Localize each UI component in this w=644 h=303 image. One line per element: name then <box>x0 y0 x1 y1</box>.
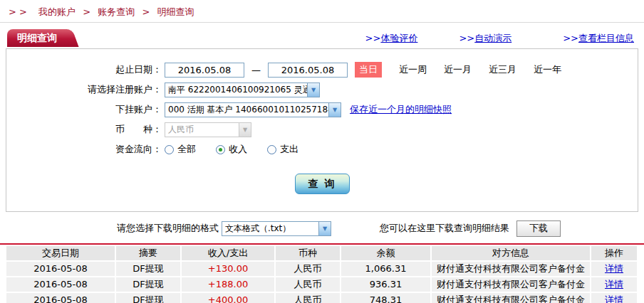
query-button-row: 查 询 <box>6 174 638 194</box>
date-dash: — <box>251 65 261 75</box>
chevron-down-icon: ▼ <box>239 123 251 137</box>
link-auto-demo[interactable]: >>自动演示 <box>459 32 511 45</box>
cell-counterparty: 财付通支付科技有限公司客户备付金 <box>432 293 590 303</box>
link-prefix: >> <box>459 33 474 43</box>
col-header-currency: 币种 <box>276 246 340 260</box>
link-prefix: >> <box>563 33 578 43</box>
quick-range-year[interactable]: 近一年 <box>534 63 561 76</box>
register-account-select[interactable]: 南平 6222001406100921065 灵通卡 ▼ <box>165 83 320 97</box>
cell-summary: DF提现 <box>116 262 180 276</box>
query-button[interactable]: 查 询 <box>295 174 350 194</box>
currency-value: 人民币 <box>165 124 239 136</box>
cell-date: 2016-05-08 <box>6 262 115 276</box>
cell-action: 详情 <box>591 262 637 276</box>
sub-account-value: 000 活期 基本户 1406600101102571848 <box>165 104 328 116</box>
transactions-table: 交易日期 摘要 收入/支出 币种 余额 对方信息 操作 2016-05-08 D… <box>6 246 638 303</box>
radio-icon <box>267 145 276 154</box>
radio-icon <box>165 145 174 154</box>
link-label: 体验评价 <box>380 33 417 43</box>
header-links: >>体验评价 >>自动演示 >>查看栏目信息 <box>365 32 644 45</box>
breadcrumb-item-detail-query[interactable]: 明细查询 <box>157 6 194 17</box>
currency-label: 币 种： <box>6 123 162 136</box>
cell-balance: 1,066.31 <box>341 262 430 276</box>
cell-currency: 人民币 <box>276 262 340 276</box>
link-view-column-info[interactable]: >>查看栏目信息 <box>563 32 634 45</box>
col-header-balance: 余额 <box>341 246 430 260</box>
query-form-panel: 起止日期： — 当日 近一周 近一月 近三月 近一年 请选择注册账户： 南平 6… <box>6 48 638 212</box>
detail-link[interactable]: 详情 <box>605 294 623 303</box>
download-format-label: 请您选择下载明细的格式 <box>117 222 219 235</box>
flow-radio-expense[interactable]: 支出 <box>267 143 298 156</box>
date-range-label: 起止日期： <box>6 63 162 76</box>
cell-amount: +188.00 <box>182 277 274 292</box>
link-label: 查看栏目信息 <box>578 33 634 43</box>
download-format-select[interactable]: 文本格式（.txt） ▼ <box>222 221 331 236</box>
sub-account-row: 下挂账户： 000 活期 基本户 1406600101102571848 ▼ 保… <box>6 100 638 119</box>
download-format-value: 文本格式（.txt） <box>222 223 318 235</box>
breadcrumb-separator: > <box>142 6 150 17</box>
cell-date: 2016-05-08 <box>6 277 115 292</box>
tab-detail-query[interactable]: 明细查询 <box>7 29 67 47</box>
cell-counterparty: 财付通支付科技有限公司客户备付金 <box>432 277 590 292</box>
flow-radio-label: 支出 <box>280 143 298 156</box>
register-account-value: 南平 6222001406100921065 灵通卡 <box>165 84 307 96</box>
flow-direction-row: 资金流向： 全部 收入 支出 <box>6 139 638 159</box>
sub-account-label: 下挂账户： <box>6 103 162 116</box>
flow-radio-label: 全部 <box>177 143 196 156</box>
quick-range-week[interactable]: 近一周 <box>399 63 427 76</box>
download-button[interactable]: 下载 <box>516 220 561 237</box>
quick-range-today[interactable]: 当日 <box>355 62 382 78</box>
register-account-label: 请选择注册账户： <box>6 83 162 96</box>
download-row: 请您选择下载明细的格式 文本格式（.txt） ▼ 您可以在这里下载查询明细结果 … <box>117 220 644 237</box>
cell-currency: 人民币 <box>276 293 340 303</box>
chevron-down-icon: ▼ <box>328 103 341 117</box>
cell-balance: 748.31 <box>341 293 430 303</box>
breadcrumb-separator: > <box>83 6 90 17</box>
end-date-input[interactable] <box>268 63 348 78</box>
cell-balance: 936.31 <box>341 277 430 292</box>
col-header-action: 操作 <box>591 246 637 260</box>
cell-action: 详情 <box>591 277 637 292</box>
col-header-counterparty: 对方信息 <box>432 246 590 260</box>
cell-action: 详情 <box>591 293 637 303</box>
cell-amount: +400.00 <box>182 293 274 303</box>
link-label: 自动演示 <box>474 33 511 43</box>
sub-account-select[interactable]: 000 活期 基本户 1406600101102571848 ▼ <box>165 102 341 117</box>
flow-direction-label: 资金流向： <box>6 143 162 156</box>
flow-radio-label: 收入 <box>229 143 247 156</box>
cell-amount: +130.00 <box>182 262 274 276</box>
link-experience-rating[interactable]: >>体验评价 <box>365 32 418 45</box>
quick-range-month[interactable]: 近一月 <box>444 63 472 76</box>
col-header-amount: 收入/支出 <box>182 246 274 260</box>
cell-date: 2016-05-08 <box>6 293 115 303</box>
start-date-input[interactable] <box>165 63 244 78</box>
red-divider <box>0 243 644 245</box>
radio-icon <box>216 145 225 154</box>
cell-summary: DF提现 <box>116 277 180 292</box>
link-prefix: >> <box>365 33 381 43</box>
download-hint: 您可以在这里下载查询明细结果 <box>380 222 509 235</box>
chevron-down-icon: ▼ <box>318 222 331 235</box>
snapshot-link[interactable]: 保存近一个月的明细快照 <box>350 103 452 116</box>
quick-range-quarter[interactable]: 近三月 <box>489 63 516 76</box>
tab-row: 明细查询 >>体验评价 >>自动演示 >>查看栏目信息 <box>0 29 644 47</box>
breadcrumb: > > 我的账户 > 账务查询 > 明细查询 <box>0 0 644 22</box>
register-account-row: 请选择注册账户： 南平 6222001406100921065 灵通卡 ▼ <box>6 80 638 100</box>
flow-radio-all[interactable]: 全部 <box>165 143 196 156</box>
flow-radio-income[interactable]: 收入 <box>216 143 247 156</box>
breadcrumb-arrows: > > <box>9 6 27 17</box>
cell-summary: DF提现 <box>116 293 180 303</box>
breadcrumb-item-my-account[interactable]: 我的账户 <box>38 6 76 17</box>
col-header-date: 交易日期 <box>6 246 115 260</box>
breadcrumb-item-account-query[interactable]: 账务查询 <box>98 6 135 17</box>
currency-row: 币 种： 人民币 ▼ <box>6 119 638 139</box>
detail-link[interactable]: 详情 <box>605 279 623 289</box>
col-header-summary: 摘要 <box>116 246 180 260</box>
detail-link[interactable]: 详情 <box>605 263 623 274</box>
cell-counterparty: 财付通支付科技有限公司客户备付金 <box>432 262 590 276</box>
top-divider <box>0 22 644 23</box>
date-range-row: 起止日期： — 当日 近一周 近一月 近三月 近一年 <box>6 60 638 80</box>
currency-select: 人民币 ▼ <box>165 122 251 137</box>
chevron-down-icon: ▼ <box>307 83 319 97</box>
cell-currency: 人民币 <box>276 277 340 292</box>
